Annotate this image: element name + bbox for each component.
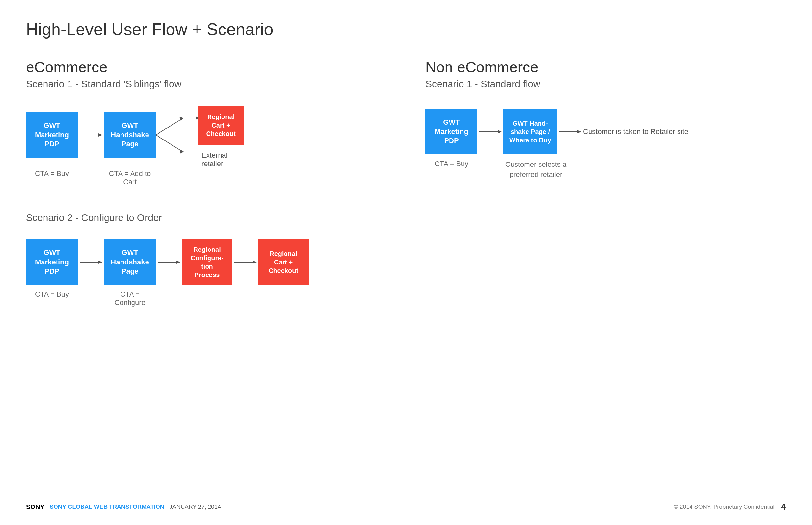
box-gwt-handshake-2: GWT Handshake Page xyxy=(104,239,156,285)
cta-row-2: CTA = Buy CTA = Configure xyxy=(26,290,387,307)
cta-add-to-cart: CTA = Add to Cart xyxy=(104,169,156,186)
arrow-s2-1 xyxy=(78,257,104,267)
cta-row-nec: CTA = Buy Customer selects a preferred r… xyxy=(425,160,786,180)
scenario2-title: Scenario 2 - Configure to Order xyxy=(26,212,387,223)
non-ecommerce-title: Non eCommerce xyxy=(425,58,786,76)
footer-left: SONY SONY GLOBAL WEB TRANSFORMATION JANU… xyxy=(26,503,221,511)
svg-marker-13 xyxy=(253,260,257,264)
scenario1-title-ecommerce: Scenario 1 - Standard 'Siblings' flow xyxy=(26,78,387,90)
box-regional-config: Regional Configura- tion Process xyxy=(182,239,232,285)
cta-buy-1: CTA = Buy xyxy=(26,169,78,186)
footer-right: © 2014 SONY. Proprietary Confidential 4 xyxy=(673,501,786,512)
footer-gwt: SONY GLOBAL WEB TRANSFORMATION xyxy=(50,504,164,510)
box-gwt-marketing-pdp-nec: GWT Marketing PDP xyxy=(425,109,477,154)
ecommerce-title: eCommerce xyxy=(26,58,387,76)
ecommerce-section: eCommerce Scenario 1 - Standard 'Sibling… xyxy=(26,58,406,307)
cta-configure: CTA = Configure xyxy=(104,290,156,307)
arrow-s2-2 xyxy=(156,257,182,267)
arrow-nec-1 xyxy=(477,127,504,137)
page-title: High-Level User Flow + Scenario xyxy=(26,19,786,39)
footer-page-number: 4 xyxy=(781,501,786,512)
non-ecommerce-section: Non eCommerce Scenario 1 - Standard flow… xyxy=(406,58,786,307)
cta-buy-2: CTA = Buy xyxy=(26,290,78,307)
external-retailer-label: External retailer xyxy=(201,151,240,168)
svg-marker-11 xyxy=(176,260,180,264)
box-regional-cart-2: Regional Cart + Checkout xyxy=(258,239,308,285)
arrow-1 xyxy=(78,130,104,140)
page: High-Level User Flow + Scenario eCommerc… xyxy=(0,0,812,525)
footer-date: JANUARY 27, 2014 xyxy=(170,504,221,510)
box-gwt-handshake-where-to-buy: GWT Hand- shake Page / Where to Buy xyxy=(504,109,557,154)
svg-marker-1 xyxy=(98,133,102,137)
cta-buy-nec: CTA = Buy xyxy=(425,160,477,180)
footer-sony: SONY xyxy=(26,503,44,511)
svg-marker-17 xyxy=(578,130,581,133)
svg-marker-9 xyxy=(98,260,102,264)
box-regional-cart-1: Regional Cart + Checkout xyxy=(198,106,244,145)
svg-line-2 xyxy=(156,119,182,135)
footer: SONY SONY GLOBAL WEB TRANSFORMATION JANU… xyxy=(26,501,786,512)
scenario2-section: Scenario 2 - Configure to Order GWT Mark… xyxy=(26,212,387,307)
customer-selects-label: Customer selects a preferred retailer xyxy=(504,160,568,180)
scenario1-title-non-ecommerce: Scenario 1 - Standard flow xyxy=(425,78,786,90)
arrow-s2-3 xyxy=(232,257,258,267)
box-gwt-handshake-1: GWT Handshake Page xyxy=(104,112,156,158)
svg-marker-5 xyxy=(179,149,184,154)
box-gwt-marketing-pdp-2: GWT Marketing PDP xyxy=(26,239,78,285)
customer-taken-label: Customer is taken to Retailer site xyxy=(583,127,688,137)
arrow-nec-2 xyxy=(557,127,583,137)
footer-copyright: © 2014 SONY. Proprietary Confidential xyxy=(673,504,774,510)
cta-row-1: CTA = Buy CTA = Add to Cart xyxy=(26,169,387,186)
box-gwt-marketing-pdp-1: GWT Marketing PDP xyxy=(26,112,78,158)
svg-line-4 xyxy=(156,135,182,151)
svg-marker-15 xyxy=(498,130,502,133)
main-content: eCommerce Scenario 1 - Standard 'Sibling… xyxy=(26,58,786,307)
